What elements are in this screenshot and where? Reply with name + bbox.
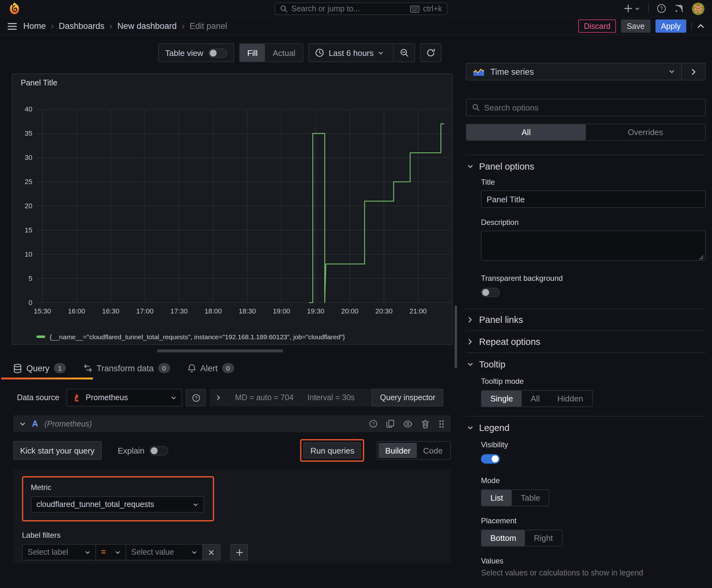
select-label-dropdown[interactable]: Select label bbox=[22, 544, 96, 560]
builder-option[interactable]: Builder bbox=[379, 443, 417, 458]
svg-text:17:00: 17:00 bbox=[136, 307, 153, 315]
viz-picker-main[interactable]: Time series bbox=[467, 63, 681, 80]
label-filters-label: Label filters bbox=[22, 531, 442, 540]
main-scrollbar-thumb[interactable] bbox=[455, 305, 457, 368]
alert-count-badge: 0 bbox=[222, 363, 234, 373]
section-repeat-options[interactable]: Repeat options bbox=[466, 331, 706, 352]
options-search-input[interactable]: Search options bbox=[466, 99, 706, 116]
legend-placement-bottom[interactable]: Bottom bbox=[481, 530, 525, 546]
query-options-bar[interactable]: MD = auto = 704 Interval = 30s Query ins… bbox=[210, 389, 444, 406]
datasource-help-button[interactable]: ? bbox=[186, 389, 206, 406]
tooltip-mode-hidden[interactable]: Hidden bbox=[548, 391, 592, 406]
tooltip-body: Tooltip mode Single All Hidden bbox=[466, 377, 706, 416]
chevron-down-icon bbox=[171, 395, 177, 400]
chevron-down-icon bbox=[192, 549, 197, 555]
select-value-dropdown[interactable]: Select value bbox=[126, 544, 203, 560]
transform-count-badge: 0 bbox=[158, 363, 170, 373]
transparent-background-toggle[interactable] bbox=[481, 288, 500, 297]
duplicate-query-icon[interactable] bbox=[386, 420, 394, 428]
grafana-logo-icon[interactable] bbox=[7, 2, 21, 15]
datasource-row: Data source Prometheus ? bbox=[17, 389, 461, 406]
breadcrumb-home[interactable]: Home bbox=[23, 21, 46, 31]
tooltip-mode-single[interactable]: Single bbox=[481, 391, 522, 406]
tab-transform-data[interactable]: Transform data 0 bbox=[84, 363, 170, 373]
time-range-picker[interactable]: Last 6 hours bbox=[308, 43, 415, 62]
tooltip-mode-segment: Single All Hidden bbox=[481, 390, 593, 407]
transparent-background-label: Transparent background bbox=[481, 274, 706, 283]
fill-option[interactable]: Fill bbox=[239, 44, 265, 62]
time-series-panel[interactable]: Panel Title 051015202530354015:3016:0016… bbox=[12, 74, 453, 345]
menu-toggle-icon[interactable] bbox=[7, 22, 17, 30]
legend-mode-list[interactable]: List bbox=[481, 490, 512, 506]
title-label: Title bbox=[481, 178, 706, 187]
run-queries-button[interactable]: Run queries bbox=[304, 442, 361, 459]
metric-value: cloudflared_tunnel_total_requests bbox=[37, 500, 188, 509]
chevron-down-icon[interactable] bbox=[19, 421, 26, 427]
breadcrumb-new-dashboard[interactable]: New dashboard bbox=[117, 21, 177, 31]
metric-select[interactable]: cloudflared_tunnel_total_requests bbox=[31, 496, 204, 512]
prometheus-icon bbox=[72, 393, 81, 402]
tab-alert[interactable]: Alert 0 bbox=[188, 363, 234, 373]
apply-button[interactable]: Apply bbox=[655, 19, 686, 33]
refresh-button[interactable] bbox=[420, 43, 441, 62]
chevron-down-icon bbox=[467, 425, 473, 431]
avatar[interactable] bbox=[692, 2, 705, 15]
section-tooltip[interactable]: Tooltip bbox=[466, 353, 706, 376]
save-button[interactable]: Save bbox=[621, 19, 650, 33]
transform-icon bbox=[84, 364, 92, 373]
add-filter-button[interactable] bbox=[231, 544, 248, 560]
section-legend[interactable]: Legend bbox=[466, 417, 706, 439]
max-data-points: MD = auto = 704 bbox=[235, 393, 294, 402]
datasource-label: Data source bbox=[17, 393, 59, 402]
tab-overrides[interactable]: Overrides bbox=[586, 124, 705, 140]
zoom-out-icon[interactable] bbox=[393, 44, 414, 62]
section-panel-links[interactable]: Panel links bbox=[466, 309, 706, 331]
datasource-picker[interactable]: Prometheus bbox=[67, 389, 182, 406]
global-search-input[interactable]: Search or jump to... ctrl+k bbox=[274, 2, 448, 15]
drag-handle-icon[interactable] bbox=[438, 419, 445, 428]
explain-toggle[interactable] bbox=[149, 446, 168, 455]
code-option[interactable]: Code bbox=[417, 443, 449, 458]
tab-query[interactable]: Query 1 bbox=[13, 363, 66, 373]
news-rss-icon[interactable] bbox=[674, 4, 684, 13]
interval: Interval = 30s bbox=[307, 393, 355, 402]
kick-start-query-button[interactable]: Kick start your query bbox=[13, 441, 102, 460]
breadcrumb-dashboards[interactable]: Dashboards bbox=[59, 21, 105, 31]
tab-all-options[interactable]: All bbox=[467, 124, 586, 140]
panel-links-header: Panel links bbox=[479, 315, 523, 325]
tooltip-mode-all[interactable]: All bbox=[522, 391, 548, 406]
toggle-visibility-icon[interactable] bbox=[403, 420, 412, 427]
discard-button[interactable]: Discard bbox=[578, 19, 616, 33]
legend-body: Visibility Mode List Table Placement Bot… bbox=[466, 440, 706, 577]
viz-expand-button[interactable] bbox=[681, 63, 705, 80]
legend-visibility-toggle[interactable] bbox=[481, 454, 500, 464]
section-panel-options[interactable]: Panel options bbox=[466, 155, 706, 178]
legend-placement-right[interactable]: Right bbox=[525, 530, 562, 546]
svg-text:20:30: 20:30 bbox=[375, 307, 392, 315]
delete-query-icon[interactable] bbox=[421, 419, 429, 428]
panel-edit-main: Table view Fill Actual Last 6 hours bbox=[0, 35, 461, 588]
actual-option[interactable]: Actual bbox=[265, 44, 303, 62]
pane-resize-handle[interactable] bbox=[157, 349, 283, 352]
help-icon[interactable]: ? bbox=[657, 4, 666, 13]
remove-filter-button[interactable] bbox=[203, 544, 220, 560]
actions-divider bbox=[691, 21, 692, 31]
panel-title-input[interactable] bbox=[481, 190, 706, 208]
table-view-toggle[interactable] bbox=[208, 48, 227, 58]
operator-dropdown[interactable]: = bbox=[96, 544, 126, 560]
query-help-icon[interactable]: ? bbox=[369, 420, 377, 428]
resize-grip-icon bbox=[699, 255, 704, 260]
description-textarea[interactable] bbox=[481, 231, 706, 261]
svg-text:15:30: 15:30 bbox=[34, 307, 51, 315]
tab-query-label: Query bbox=[26, 363, 50, 373]
select-value-placeholder: Select value bbox=[131, 548, 187, 556]
legend-mode-table[interactable]: Table bbox=[512, 490, 549, 506]
query-inspector-button[interactable]: Query inspector bbox=[372, 389, 443, 406]
query-row-header[interactable]: A (Prometheus) ? bbox=[13, 415, 451, 432]
chart-legend[interactable]: {__name__="cloudflared_tunnel_total_requ… bbox=[37, 333, 345, 340]
add-menu-button[interactable] bbox=[624, 4, 640, 13]
collapse-options-icon[interactable] bbox=[697, 22, 705, 30]
svg-text:18:00: 18:00 bbox=[204, 307, 222, 315]
visualization-picker: Time series bbox=[466, 63, 706, 80]
breadcrumb-bar: Home › Dashboards › New dashboard › Edit… bbox=[0, 18, 712, 35]
